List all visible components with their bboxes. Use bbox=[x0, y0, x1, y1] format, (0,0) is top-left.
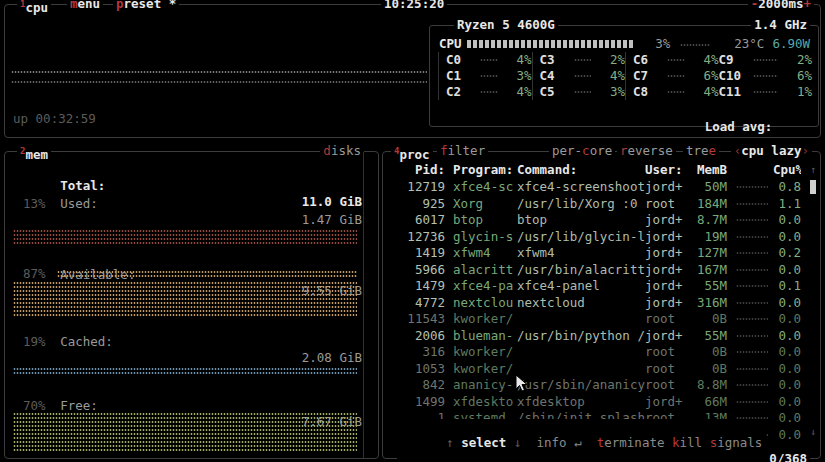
core-name: C3 bbox=[540, 52, 570, 68]
proc-box: 4proc filter per-core reverse tree ‹cpu … bbox=[382, 151, 821, 459]
sort-next-arrow[interactable]: › bbox=[801, 143, 809, 158]
cpu-model-name: Ryzen 5 4600G bbox=[454, 17, 558, 33]
process-mem: 55M bbox=[687, 328, 727, 344]
core-cell: C0 4% bbox=[438, 52, 532, 68]
kill-button[interactable]: kill bbox=[672, 435, 702, 450]
cpu-graph-lower bbox=[11, 79, 427, 84]
core-name: C5 bbox=[540, 84, 570, 100]
sort-selector[interactable]: ‹cpu lazy› bbox=[731, 143, 812, 159]
process-user: jord+ bbox=[645, 229, 687, 245]
process-row[interactable]: 1479 xfce4-pa xfce4-panel jord+ 55M 0.1 bbox=[391, 278, 802, 295]
process-user: jord+ bbox=[645, 179, 687, 195]
process-pid: 1479 bbox=[391, 278, 445, 294]
core-cell: C4 4% bbox=[532, 68, 626, 84]
process-command: xfwm4 bbox=[513, 245, 645, 261]
process-row[interactable]: 1499 xfdeskto xfdesktop jord+ 66M 0.0 bbox=[391, 394, 802, 411]
core-name: C10 bbox=[719, 68, 749, 84]
per-core-button[interactable]: per-core bbox=[549, 143, 615, 159]
proc-box-title[interactable]: 4proc bbox=[391, 143, 433, 163]
process-row[interactable]: 316 kworker/ root 0B 0.0 bbox=[391, 344, 802, 361]
info-button[interactable]: info ↵ bbox=[537, 435, 582, 450]
disks-toggle-button[interactable]: disks bbox=[320, 143, 364, 159]
process-cpu: 0.1 bbox=[773, 278, 801, 294]
core-minigraph bbox=[753, 89, 779, 95]
process-row[interactable]: 6017 btop btop jord+ 8.7M 0.0 bbox=[391, 212, 802, 229]
tree-button[interactable]: tree bbox=[683, 143, 719, 159]
cpu-total-percent: 3% bbox=[644, 36, 671, 52]
process-row[interactable]: 12736 glycin-s /usr/lib/glycin-loader jo… bbox=[391, 229, 802, 246]
process-user: jord+ bbox=[645, 278, 687, 294]
core-percent: 4% bbox=[502, 84, 532, 100]
core-percent: 6% bbox=[782, 68, 812, 84]
process-program: glycin-s bbox=[445, 229, 513, 245]
process-row[interactable]: 11543 kworker/ root 0B 0.0 bbox=[391, 311, 802, 328]
scroll-up-icon[interactable]: ↑ bbox=[810, 162, 816, 178]
terminate-button[interactable]: terminate bbox=[597, 435, 665, 450]
process-cpu: 0.8 bbox=[773, 179, 801, 195]
process-cpu: 0.0 bbox=[773, 311, 801, 327]
process-mem: 50M bbox=[687, 179, 727, 195]
reverse-button[interactable]: reverse bbox=[617, 143, 676, 159]
process-mem: 0B bbox=[687, 344, 727, 360]
process-cpu-minigraph bbox=[736, 316, 768, 322]
core-minigraph bbox=[753, 73, 779, 79]
core-percent: 4% bbox=[689, 52, 719, 68]
process-user: jord+ bbox=[645, 262, 687, 278]
process-row[interactable]: 4772 nextclou nextcloud jord+ 316M 0.0 bbox=[391, 295, 802, 312]
scroll-down-icon[interactable]: ↓ bbox=[810, 424, 816, 440]
core-minigraph bbox=[574, 57, 592, 63]
process-row[interactable]: 925 Xorg /usr/lib/Xorg :0 -seat root 184… bbox=[391, 196, 802, 213]
process-row[interactable]: 1419 xfwm4 xfwm4 jord+ 127M 0.2 bbox=[391, 245, 802, 262]
column-command: Command: bbox=[513, 162, 645, 178]
process-user: jord+ bbox=[645, 245, 687, 261]
cpu-inner-box: Ryzen 5 4600G 1.4 GHz CPU 3% 23°C 6.90W … bbox=[429, 25, 819, 127]
signals-button[interactable]: signals bbox=[710, 435, 763, 450]
menu-button[interactable]: menu bbox=[67, 0, 103, 12]
process-row[interactable]: 12719 xfce4-sc xfce4-screenshooter jord+… bbox=[391, 179, 802, 196]
process-cpu-minigraph bbox=[736, 300, 768, 306]
cpu-box-label: cpu bbox=[25, 0, 48, 15]
update-interval: -2000ms+ bbox=[748, 0, 814, 12]
core-percent: 1% bbox=[782, 84, 812, 100]
process-program: kworker/ bbox=[445, 344, 513, 360]
cpu-total-label: CPU bbox=[439, 36, 467, 52]
cpu-total-meter bbox=[467, 40, 633, 48]
core-minigraph bbox=[480, 89, 498, 95]
select-button[interactable]: select bbox=[461, 435, 506, 450]
process-row[interactable]: 2006 blueman- /usr/bin/python /usr/b jor… bbox=[391, 328, 802, 345]
process-program: blueman- bbox=[445, 328, 513, 344]
process-pid: 842 bbox=[391, 377, 445, 393]
core-name: C11 bbox=[719, 84, 749, 100]
process-program: kworker/ bbox=[445, 361, 513, 377]
mem-cached-meter bbox=[13, 366, 357, 376]
process-program: xfce4-pa bbox=[445, 278, 513, 294]
core-minigraph bbox=[667, 57, 685, 63]
process-cpu-minigraph bbox=[736, 399, 768, 405]
cpu-box-title[interactable]: 1cpu bbox=[17, 0, 51, 16]
process-cpu: 0.0 bbox=[773, 328, 801, 344]
scrollbar-thumb[interactable] bbox=[810, 180, 816, 194]
column-cpu: Cpu% bbox=[773, 162, 801, 178]
process-row[interactable]: 842 ananicy- /usr/sbin/ananicy-cpp s roo… bbox=[391, 377, 802, 394]
process-cpu-minigraph bbox=[736, 217, 768, 223]
mem-cached-value: 2.08 GiB bbox=[302, 350, 362, 366]
cpu-total-minigraph bbox=[680, 42, 710, 47]
select-up-icon[interactable]: ↑ bbox=[446, 435, 454, 450]
core-minigraph bbox=[480, 73, 498, 79]
process-cpu: 0.0 bbox=[773, 410, 801, 426]
core-percent: 3% bbox=[595, 84, 625, 100]
interval-plus-button[interactable]: + bbox=[803, 0, 811, 11]
cpu-graph-upper bbox=[11, 69, 427, 74]
mem-cached-percent: 19% bbox=[23, 334, 362, 350]
process-command: /usr/bin/alacritty bbox=[513, 262, 645, 278]
filter-button[interactable]: filter bbox=[437, 143, 488, 159]
preset-button[interactable]: preset * bbox=[113, 0, 179, 12]
process-command: /usr/lib/glycin-loader bbox=[513, 229, 645, 245]
process-cpu-minigraph bbox=[736, 184, 768, 190]
process-row[interactable]: 5966 alacritt /usr/bin/alacritty jord+ 1… bbox=[391, 262, 802, 279]
mem-box-title[interactable]: 2mem bbox=[17, 143, 51, 163]
core-name: C6 bbox=[633, 52, 663, 68]
column-memb: MemB bbox=[687, 162, 727, 178]
process-cpu-minigraph bbox=[736, 201, 768, 207]
process-row[interactable]: 1053 kworker/ root 0B 0.0 bbox=[391, 361, 802, 378]
